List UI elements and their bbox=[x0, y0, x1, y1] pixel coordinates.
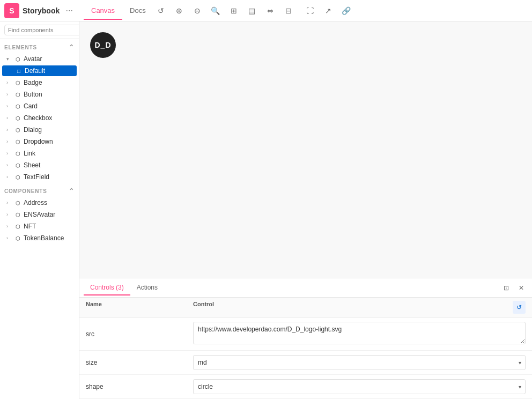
chevron-right-icon: › bbox=[6, 139, 12, 144]
chevron-right-icon: › bbox=[6, 162, 12, 168]
sidebar-item-badge[interactable]: › ⬡ Badge bbox=[2, 77, 77, 88]
sidebar-item-default[interactable]: □ Default bbox=[2, 65, 77, 76]
control-value-shape: circle square ▾ bbox=[193, 379, 526, 394]
controls-tabs: Controls (3) Actions bbox=[84, 280, 164, 295]
component-icon: ⬡ bbox=[14, 126, 21, 134]
component-icon: ⬡ bbox=[14, 102, 21, 110]
component-icon: ⬡ bbox=[14, 138, 21, 145]
controls-tab-bar: Controls (3) Actions ⊡ ✕ bbox=[79, 278, 532, 298]
tool-layout-icon[interactable]: ⊟ bbox=[281, 3, 296, 18]
tab-docs[interactable]: Docs bbox=[122, 2, 153, 20]
control-row-size: size sm md lg xl ▾ bbox=[79, 351, 532, 375]
control-value-size: sm md lg xl ▾ bbox=[193, 355, 526, 370]
component-icon: ⬡ bbox=[14, 150, 21, 157]
elements-section-header: ELEMENTS ⌃ bbox=[0, 39, 79, 53]
component-icon: ⬡ bbox=[14, 79, 21, 86]
sidebar-item-textfield[interactable]: › ⬡ TextField bbox=[2, 172, 77, 182]
tool-zoom-in-icon[interactable]: ⊕ bbox=[172, 3, 187, 18]
tool-compare-icon[interactable]: ⇔ bbox=[263, 3, 278, 18]
components-toggle[interactable]: ⌃ bbox=[69, 187, 75, 195]
avatar-preview: D_D bbox=[90, 32, 116, 58]
chevron-right-icon: › bbox=[6, 151, 12, 156]
more-menu-button[interactable]: ··· bbox=[63, 4, 76, 17]
shape-select[interactable]: circle square bbox=[193, 379, 526, 394]
control-row-src: src https://www.developerdao.com/D_D_log… bbox=[79, 317, 532, 351]
component-icon: ⬡ bbox=[14, 161, 21, 169]
tab-actions[interactable]: Actions bbox=[130, 280, 164, 295]
component-icon: ⬡ bbox=[14, 114, 21, 122]
app-title: Storybook bbox=[23, 6, 60, 15]
controls-actions: ⊡ ✕ bbox=[500, 282, 528, 294]
tool-zoom-out-icon[interactable]: ⊖ bbox=[190, 3, 205, 18]
component-icon: ⬡ bbox=[14, 91, 21, 98]
tab-canvas[interactable]: Canvas bbox=[84, 2, 122, 20]
component-icon: ⬡ bbox=[14, 223, 21, 230]
tool-sync-icon[interactable]: ↺ bbox=[153, 3, 168, 18]
chevron-right-icon: › bbox=[6, 115, 12, 121]
header-control: Control bbox=[193, 301, 513, 314]
src-textarea[interactable]: https://www.developerdao.com/D_D_logo-li… bbox=[193, 322, 526, 344]
main-tab-bar: Canvas Docs bbox=[84, 2, 153, 19]
sidebar-item-card[interactable]: › ⬡ Card bbox=[2, 101, 77, 112]
search-input[interactable] bbox=[4, 25, 79, 35]
sidebar-item-avatar[interactable]: ▾ ⬡ Avatar bbox=[2, 54, 77, 64]
header-name: Name bbox=[86, 301, 193, 314]
main-layout: / ELEMENTS ⌃ ▾ ⬡ Avatar □ Default › ⬡ Ba… bbox=[0, 21, 532, 399]
canvas-area: D_D bbox=[79, 21, 532, 278]
tool-search-icon[interactable]: 🔍 bbox=[208, 3, 223, 18]
chevron-right-icon: › bbox=[6, 200, 12, 205]
tool-fullscreen-icon[interactable]: ⛶ bbox=[302, 3, 317, 18]
control-row-shape: shape circle square ▾ bbox=[79, 375, 532, 399]
sidebar-item-checkbox[interactable]: › ⬡ Checkbox bbox=[2, 113, 77, 123]
component-icon: ⬡ bbox=[14, 55, 21, 63]
component-icon: ⬡ bbox=[14, 234, 21, 242]
component-icon: ⬡ bbox=[14, 211, 21, 218]
storybook-logo-icon: S bbox=[4, 3, 19, 18]
chevron-right-icon: › bbox=[6, 127, 12, 132]
top-bar: S Storybook ··· Canvas Docs ↺ ⊕ ⊖ 🔍 ⊞ ▤ … bbox=[0, 0, 532, 21]
sidebar-item-address[interactable]: › ⬡ Address bbox=[2, 197, 77, 208]
sidebar-item-button[interactable]: › ⬡ Button bbox=[2, 89, 77, 100]
sidebar-item-ensavatar[interactable]: › ⬡ ENSAvatar bbox=[2, 209, 77, 220]
chevron-right-icon: › bbox=[6, 235, 12, 241]
content-area: D_D Controls (3) Actions ⊡ ✕ Name Contro… bbox=[79, 21, 532, 399]
size-select[interactable]: sm md lg xl bbox=[193, 355, 526, 370]
sidebar-item-dialog[interactable]: › ⬡ Dialog bbox=[2, 124, 77, 135]
control-label-size: size bbox=[86, 359, 193, 366]
chevron-right-icon: › bbox=[6, 104, 12, 109]
search-bar: / bbox=[0, 21, 79, 39]
control-label-shape: shape bbox=[86, 383, 193, 390]
reset-controls-button[interactable]: ↺ bbox=[513, 301, 526, 314]
sidebar-item-nft[interactable]: › ⬡ NFT bbox=[2, 221, 77, 232]
sidebar: / ELEMENTS ⌃ ▾ ⬡ Avatar □ Default › ⬡ Ba… bbox=[0, 21, 79, 399]
controls-header-row: Name Control ↺ bbox=[79, 298, 532, 317]
tool-grid-icon[interactable]: ⊞ bbox=[226, 3, 241, 18]
chevron-right-icon: › bbox=[6, 92, 12, 97]
tab-controls[interactable]: Controls (3) bbox=[84, 280, 130, 295]
chevron-right-icon: › bbox=[6, 212, 12, 217]
component-icon: ⬡ bbox=[14, 173, 21, 181]
tool-panel-icon[interactable]: ▤ bbox=[245, 3, 260, 18]
chevron-right-icon: › bbox=[6, 174, 12, 180]
toolbar-tools: ↺ ⊕ ⊖ 🔍 ⊞ ▤ ⇔ ⊟ ⛶ ↗ 🔗 bbox=[153, 3, 354, 18]
chevron-right-icon: › bbox=[6, 224, 12, 229]
logo-area: S Storybook ··· bbox=[4, 3, 84, 18]
control-value-src: https://www.developerdao.com/D_D_logo-li… bbox=[193, 322, 526, 346]
controls-expand-icon[interactable]: ⊡ bbox=[500, 282, 513, 294]
components-section-header: COMPONENTS ⌃ bbox=[0, 183, 79, 197]
tool-link-icon[interactable]: 🔗 bbox=[339, 3, 354, 18]
sidebar-item-dropdown[interactable]: › ⬡ Dropdown bbox=[2, 136, 77, 147]
component-icon: ⬡ bbox=[14, 199, 21, 206]
chevron-down-icon: ▾ bbox=[6, 56, 12, 62]
controls-panel: Controls (3) Actions ⊡ ✕ Name Control ↺ … bbox=[79, 278, 532, 399]
sidebar-item-tokenbalance[interactable]: › ⬡ TokenBalance bbox=[2, 233, 77, 243]
controls-close-icon[interactable]: ✕ bbox=[515, 282, 528, 294]
tool-external-link-icon[interactable]: ↗ bbox=[321, 3, 336, 18]
sidebar-item-sheet[interactable]: › ⬡ Sheet bbox=[2, 160, 77, 171]
chevron-right-icon: › bbox=[6, 80, 12, 85]
sidebar-item-link[interactable]: › ⬡ Link bbox=[2, 148, 77, 159]
elements-toggle[interactable]: ⌃ bbox=[69, 43, 75, 51]
story-icon: □ bbox=[15, 67, 23, 75]
control-label-src: src bbox=[86, 330, 193, 338]
